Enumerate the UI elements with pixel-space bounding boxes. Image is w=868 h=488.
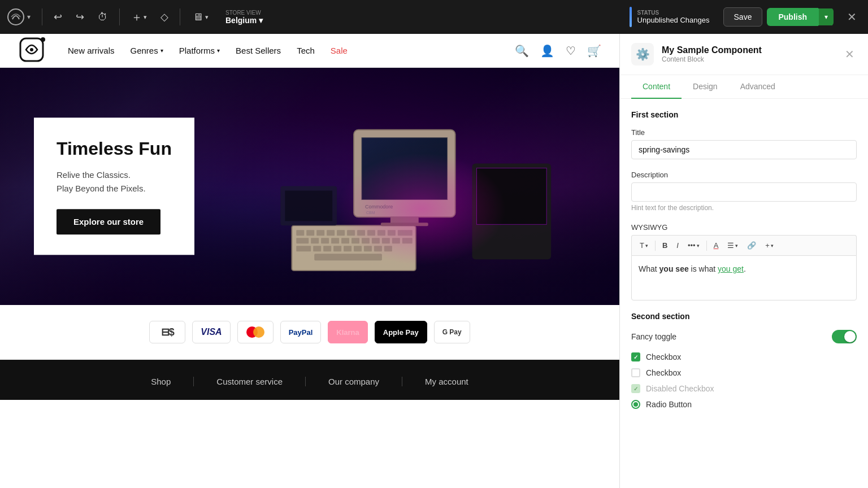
status-label: STATUS (637, 10, 710, 16)
svg-rect-51 (285, 190, 333, 221)
redo-button[interactable]: ↪ (71, 7, 89, 27)
undo-button[interactable]: ↩ (49, 7, 67, 27)
wysiwyg-bold-button[interactable]: B (659, 239, 671, 252)
account-icon[interactable]: 👤 (540, 44, 554, 58)
description-input[interactable] (631, 182, 857, 202)
nav-link-sale[interactable]: Sale (331, 46, 348, 55)
tab-advanced[interactable]: Advanced (729, 75, 787, 99)
nav-links: New arrivals Genres ▾ Platforms ▾ Best S… (68, 46, 515, 55)
wysiwyg-text-before: What (639, 264, 659, 273)
checkbox-3-disabled: ✓ (631, 384, 640, 393)
radio-label-1: Radio Button (646, 400, 692, 409)
svg-rect-48 (477, 168, 547, 225)
panel-content: First section Title Description Hint tex… (620, 99, 868, 488)
retro-computers-illustration: Commodore CBM (224, 73, 608, 299)
wysiwyg-add-button[interactable]: + ▾ (762, 239, 777, 252)
wysiwyg-more-button[interactable]: ••• ▾ (684, 239, 703, 252)
svg-rect-16 (398, 230, 413, 236)
svg-rect-44 (381, 223, 428, 226)
wysiwyg-content-area[interactable]: What you see is what you get. (631, 255, 857, 300)
top-bar: ▾ ↩ ↪ ⏱ ＋ ▾ ◇ 🖥 ▾ STORE VIEW Belgium ▾ S… (0, 0, 868, 34)
search-icon[interactable]: 🔍 (515, 44, 529, 58)
footer-shop[interactable]: Shop (128, 377, 194, 386)
svg-rect-17 (297, 238, 309, 243)
footer-my-account[interactable]: My account (402, 377, 491, 386)
publish-dropdown-button[interactable]: ▾ (818, 8, 834, 25)
wysiwyg-bold-text: you see (659, 264, 689, 273)
svg-rect-27 (402, 238, 413, 243)
footer-customer-service[interactable]: Customer service (194, 377, 306, 386)
first-section: First section Title Description Hint tex… (631, 110, 857, 300)
nav-link-new-arrivals[interactable]: New arrivals (68, 46, 115, 55)
nav-link-genres[interactable]: Genres ▾ (131, 46, 163, 55)
panel-subtitle: Content Block (662, 55, 835, 63)
device-selector[interactable]: 🖥 ▾ (187, 8, 214, 27)
svg-point-0 (8, 9, 24, 25)
checkbox-label-3: Disabled Checkbox (646, 384, 714, 393)
wysiwyg-field-group: WYSIWYG T ▾ B I ••• ▾ A ☰ ▾ 🔗 + ▾ (631, 223, 857, 300)
save-button[interactable]: Save (723, 7, 763, 27)
description-hint: Hint text for the description. (631, 204, 857, 212)
wysiwyg-link-button[interactable]: 🔗 (744, 239, 760, 252)
wysiwyg-link-text[interactable]: you get (718, 264, 744, 273)
panel-title: My Sample Component (662, 45, 835, 55)
radio-button-1[interactable] (631, 400, 640, 409)
wysiwyg-sep-1 (655, 241, 656, 251)
history-button[interactable]: ⏱ (93, 8, 112, 27)
publish-button[interactable]: Publish (767, 8, 818, 26)
checkbox-row-2: Checkbox (631, 368, 857, 377)
svg-rect-20 (332, 238, 340, 243)
app-logo: ▾ (7, 8, 31, 26)
nav-link-platforms[interactable]: Platforms ▾ (179, 46, 220, 55)
nav-link-tech[interactable]: Tech (297, 46, 315, 55)
status-indicator (630, 7, 632, 27)
description-label: Description (631, 171, 857, 179)
panel-close-button[interactable]: ✕ (843, 45, 857, 63)
store-view-selector[interactable]: STORE VIEW Belgium ▾ (221, 7, 267, 27)
footer-our-company[interactable]: Our company (306, 377, 402, 386)
wysiwyg-text-after: . (744, 264, 746, 273)
svg-rect-7 (307, 230, 315, 236)
component-settings-icon: ⚙️ (636, 47, 650, 61)
wysiwyg-list-button[interactable]: ☰ ▾ (724, 239, 741, 252)
eraser-button[interactable]: ◇ (156, 7, 173, 27)
title-input[interactable] (631, 140, 857, 159)
nav-link-best-sellers[interactable]: Best Sellers (236, 46, 281, 55)
logo-chevron[interactable]: ▾ (27, 13, 31, 21)
checkbox-1[interactable]: ✓ (631, 352, 640, 361)
wysiwyg-italic-button[interactable]: I (673, 239, 682, 252)
svg-rect-42 (362, 138, 448, 200)
svg-rect-25 (382, 238, 390, 243)
wysiwyg-format-button[interactable]: T ▾ (636, 239, 652, 252)
wysiwyg-toolbar: T ▾ B I ••• ▾ A ☰ ▾ 🔗 + ▾ (631, 235, 857, 255)
title-label: Title (631, 128, 857, 137)
payment-klarna: Klarna (328, 321, 367, 343)
radio-row-1: Radio Button (631, 400, 857, 409)
fancy-toggle-switch[interactable] (832, 330, 857, 343)
wishlist-icon[interactable]: ♡ (566, 44, 576, 58)
tab-design[interactable]: Design (682, 75, 729, 99)
hero-cta-button[interactable]: Explore our store (57, 210, 160, 235)
device-chevron: ▾ (205, 14, 209, 21)
checkbox-2[interactable] (631, 368, 640, 377)
second-section: Second section Fancy toggle ✓ Checkbox (631, 312, 857, 409)
checkbox-check-icon-3: ✓ (633, 386, 638, 392)
svg-rect-35 (374, 246, 382, 251)
svg-rect-26 (392, 238, 400, 243)
add-button[interactable]: ＋ ▾ (127, 6, 151, 28)
tab-content[interactable]: Content (631, 75, 682, 99)
close-editor-button[interactable]: ✕ (843, 7, 861, 27)
svg-rect-6 (297, 230, 305, 236)
cart-icon[interactable]: 🛒 (587, 44, 601, 58)
panel-title-area: My Sample Component Content Block (662, 45, 835, 63)
svg-text:CBM: CBM (366, 211, 375, 215)
svg-rect-31 (334, 246, 342, 251)
checkbox-check-icon-1: ✓ (633, 354, 638, 360)
monitor-icon: 🖥 (193, 11, 203, 23)
svg-rect-22 (352, 238, 360, 243)
svg-rect-12 (358, 230, 366, 236)
brand-logo-icon (18, 36, 45, 63)
wysiwyg-color-button[interactable]: A (710, 239, 722, 252)
svg-rect-23 (362, 238, 370, 243)
svg-rect-36 (384, 246, 392, 251)
